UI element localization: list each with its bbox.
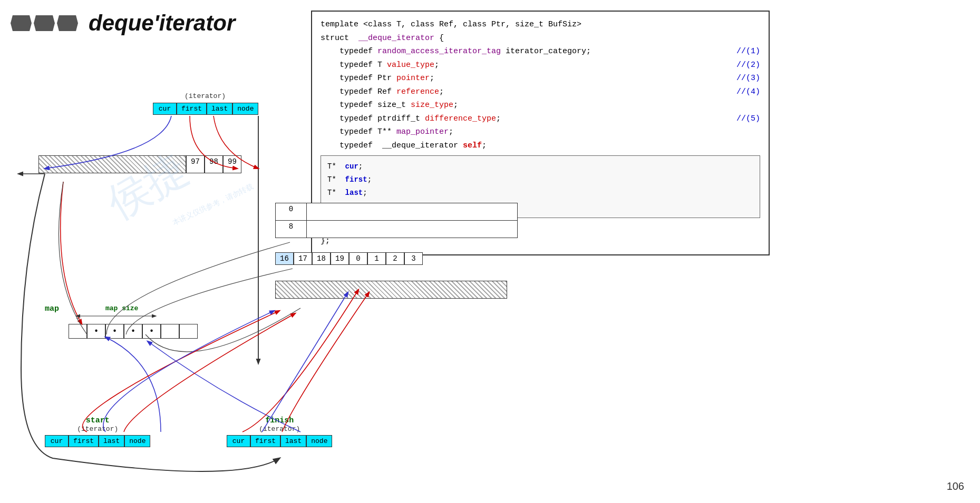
top-cur-cell: cur: [153, 103, 177, 115]
code-text: template <class T, class Ref, class Ptr,…: [321, 18, 581, 32]
finish-node-cell: node: [306, 435, 332, 447]
cell-98: 98: [205, 155, 223, 173]
inner-line-3: T* last;: [327, 186, 753, 200]
cell-1-row: 1: [367, 252, 386, 265]
start-node-cell: node: [124, 435, 150, 447]
icon-3: [57, 15, 78, 31]
cell-2-row: 2: [386, 252, 404, 265]
cur-member: cur: [345, 162, 358, 171]
map-size-label: map size: [105, 304, 138, 312]
cell-0-row: 0: [349, 252, 367, 265]
code-line-5: typedef Ptr pointer; //(3): [321, 72, 760, 85]
icon-1: [11, 15, 32, 31]
struct-name: __deque_iterator: [358, 34, 434, 43]
top-buffer-row: 97 98 99: [38, 155, 241, 173]
header-icons: [11, 15, 78, 31]
last-member: last: [345, 189, 363, 197]
comment-2: //(2): [736, 58, 760, 72]
map-cell-dot-3: •: [124, 324, 142, 339]
cell-3-row: 3: [404, 252, 423, 265]
cell-18: 18: [312, 252, 331, 265]
start-cur-cell: cur: [45, 435, 69, 447]
deque-data-row: 16 17 18 19 0 1 2 3: [275, 252, 423, 265]
pointer-type: pointer: [396, 74, 430, 83]
map-cell-dot-2: •: [105, 324, 124, 339]
slide-title: deque'iterator: [89, 11, 235, 36]
map-cell-dot-1: •: [87, 324, 105, 339]
code-line-2: struct __deque_iterator {: [321, 32, 760, 45]
cell-0-mid: 0: [275, 203, 307, 221]
cell-99: 99: [223, 155, 241, 173]
self-type: self: [463, 141, 482, 150]
top-hatched-left: [38, 155, 186, 173]
bottom-buffer-row: [275, 281, 507, 299]
random-access-type: random_access_iterator_tag: [377, 47, 501, 56]
finish-first-cell: first: [250, 435, 280, 447]
reference-type: reference: [396, 87, 439, 96]
map-cell-dot-4: •: [142, 324, 161, 339]
start-label: start: [45, 416, 150, 425]
finish-label: finish: [227, 416, 332, 425]
map-cell-empty-3: [179, 324, 198, 339]
inner-line-2: T* first;: [327, 173, 753, 186]
comment-4: //(4): [736, 85, 760, 99]
start-sub-label: (iterator): [45, 425, 150, 433]
finish-cur-cell: cur: [227, 435, 250, 447]
map-cells-row: • • • •: [69, 324, 198, 339]
map-label: map: [45, 304, 59, 313]
finish-sub-label: (iterator): [227, 425, 332, 433]
finish-last-cell: last: [280, 435, 306, 447]
middle-cells: 0 8: [275, 203, 518, 238]
map-cell-empty-1: [69, 324, 87, 339]
code-line-4: typedef T value_type; //(2): [321, 58, 760, 72]
comment-5: //(5): [736, 112, 760, 126]
start-iterator-container: start (iterator) cur first last node: [45, 416, 150, 447]
start-first-cell: first: [69, 435, 99, 447]
difference-type: difference_type: [425, 114, 496, 123]
code-line-1: template <class T, class Ref, class Ptr,…: [321, 18, 760, 32]
value-type: value_type: [387, 61, 434, 70]
code-line-9: typedef T** map_pointer;: [321, 125, 760, 139]
code-line-10: typedef __deque_iterator self;: [321, 139, 760, 153]
bottom-hatched: [275, 281, 507, 299]
size-type: size_type: [411, 101, 453, 110]
top-iterator-label: (iterator): [185, 92, 226, 100]
watermark: 侯捷: [97, 141, 199, 232]
map-cell-empty-2: [161, 324, 179, 339]
middle-row-8-ext: [307, 220, 518, 238]
start-iterator-strip: cur first last node: [45, 435, 150, 447]
icon-2: [34, 15, 55, 31]
top-first-cell: first: [177, 103, 207, 115]
top-last-cell: last: [207, 103, 232, 115]
comment-3: //(3): [736, 72, 760, 85]
cell-8-mid: 8: [275, 220, 307, 238]
map-pointer-type: map_pointer: [396, 127, 449, 136]
cell-17: 17: [294, 252, 312, 265]
first-member: first: [345, 175, 367, 184]
top-node-cell: node: [232, 103, 258, 115]
map-arrow-indicator: ←: [76, 315, 80, 322]
cell-16: 16: [275, 252, 294, 265]
code-line-8: typedef ptrdiff_t difference_type; //(5): [321, 112, 760, 126]
code-line-7: typedef size_t size_type;: [321, 98, 760, 112]
top-iterator-strip: cur first last node: [153, 103, 258, 115]
comment-1: //(1): [736, 45, 760, 58]
middle-row-0-ext: [307, 203, 518, 221]
cell-97: 97: [186, 155, 205, 173]
code-line-3: typedef random_access_iterator_tag itera…: [321, 45, 760, 58]
finish-iterator-container: finish (iterator) cur first last node: [227, 416, 332, 447]
page-number: 106: [947, 480, 964, 492]
cell-19: 19: [331, 252, 349, 265]
code-line-6: typedef Ref reference; //(4): [321, 85, 760, 99]
start-last-cell: last: [99, 435, 124, 447]
inner-line-1: T* cur;: [327, 160, 753, 173]
watermark-2: 本讲义仅供参考，请勿转载: [171, 182, 255, 228]
finish-iterator-strip: cur first last node: [227, 435, 332, 447]
